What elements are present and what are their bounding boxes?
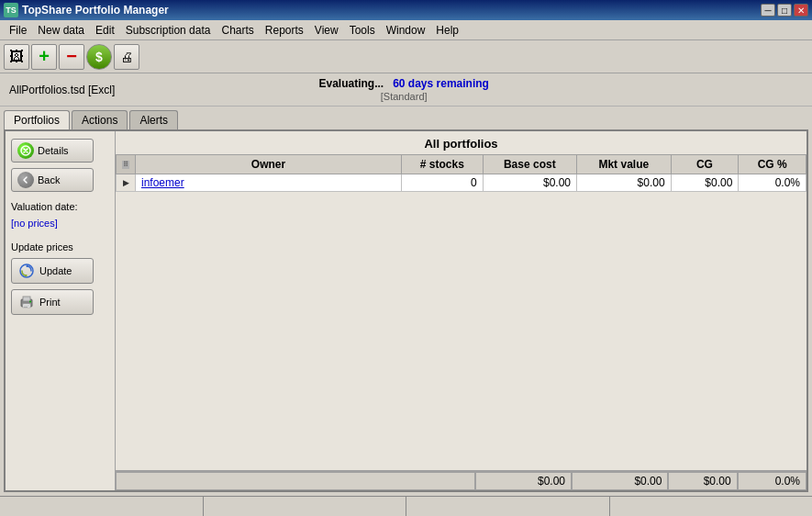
file-bar: AllPortfolios.tsd [Excl] Evaluating... 6… [0, 73, 812, 107]
toolbar-print-btn[interactable]: 🖨 [114, 44, 139, 70]
back-label: Back [38, 174, 60, 185]
row-arrow: ▶ [117, 174, 136, 192]
menu-bar: File New data Edit Subscription data Cha… [0, 20, 812, 40]
update-prices-label: Update prices [11, 241, 109, 252]
menu-tools[interactable]: Tools [344, 22, 381, 39]
menu-new-data[interactable]: New data [32, 22, 90, 39]
update-label: Update [39, 265, 72, 276]
print-button[interactable]: Print [11, 289, 94, 315]
resize-indicator[interactable]: ⠿ [122, 161, 129, 169]
toolbar-add-btn[interactable]: + [31, 44, 57, 70]
app-icon: TS [4, 3, 18, 17]
toolbar: 🖼 + − $ 🖨 [0, 40, 812, 73]
status-segment-4 [610, 497, 813, 516]
left-panel: Details Back Valuation date: [no prices]… [6, 131, 116, 490]
menu-edit[interactable]: Edit [90, 22, 120, 39]
maximize-button[interactable]: □ [777, 4, 792, 17]
table-panel: All portfolios ⠿ Owner # stocks Base cos… [116, 131, 806, 490]
eval-standard-label: [Standard] [381, 91, 428, 102]
eval-label: Evaluating... [318, 77, 384, 90]
row-mkt-value: $0.00 [577, 174, 672, 192]
toolbar-portfolio-btn[interactable]: 🖼 [4, 44, 29, 70]
footer-cg: $0.00 [668, 472, 737, 490]
footer-base-cost: $0.00 [475, 472, 572, 490]
details-button[interactable]: Details [11, 139, 94, 163]
back-button[interactable]: Back [11, 168, 94, 192]
status-segment-1 [0, 497, 204, 516]
toolbar-remove-btn[interactable]: − [59, 44, 84, 70]
menu-subscription-data[interactable]: Subscription data [120, 22, 217, 39]
tab-alerts[interactable]: Alerts [129, 110, 178, 129]
svg-rect-8 [24, 307, 28, 308]
row-owner[interactable]: infoemer [136, 174, 402, 192]
details-label: Details [38, 145, 69, 156]
menu-charts[interactable]: Charts [216, 22, 259, 39]
status-segment-3 [406, 497, 610, 516]
remove-icon: − [66, 46, 77, 67]
tab-actions[interactable]: Actions [72, 110, 128, 129]
row-cg-pct: 0.0% [739, 174, 806, 192]
col-cg: CG [671, 155, 739, 174]
eval-days-label: 60 days remaining [393, 77, 489, 90]
tab-bar: Portfolios Actions Alerts [4, 110, 808, 129]
title-bar-left: TS TopShare Portfolio Manager [4, 3, 169, 17]
table-row: ▶ infoemer 0 $0.00 $0.00 $0.00 0.0% [117, 174, 806, 192]
menu-help[interactable]: Help [430, 22, 464, 39]
status-bar [0, 496, 812, 516]
footer-mkt-value: $0.00 [572, 472, 668, 490]
col-mkt-value: Mkt value [577, 155, 672, 174]
row-base-cost: $0.00 [483, 174, 576, 192]
toolbar-dollar-btn[interactable]: $ [86, 44, 112, 70]
col-base-cost: Base cost [483, 155, 576, 174]
portfolio-icon: 🖼 [9, 49, 24, 65]
eval-status: Evaluating... 60 days remaining [Standar… [318, 77, 488, 103]
portfolio-table: ⠿ Owner # stocks Base cost Mkt value CG … [116, 154, 806, 192]
table-header-row: ⠿ Owner # stocks Base cost Mkt value CG … [117, 155, 806, 174]
menu-window[interactable]: Window [381, 22, 431, 39]
details-icon [17, 142, 34, 159]
filename-label: AllPortfolios.tsd [Excl] [9, 84, 115, 96]
print-label: Print [39, 297, 61, 308]
row-stocks: 0 [402, 174, 483, 192]
window-controls: ─ □ ✕ [761, 4, 808, 17]
table-footer: $0.00 $0.00 $0.00 0.0% [116, 470, 806, 490]
printer-icon: 🖨 [120, 50, 133, 64]
svg-rect-7 [24, 306, 29, 307]
col-resize[interactable]: ⠿ [117, 155, 136, 174]
content-panel: Details Back Valuation date: [no prices]… [4, 129, 808, 492]
minimize-button[interactable]: ─ [761, 4, 775, 17]
footer-empty [116, 472, 475, 490]
footer-cg-pct: 0.0% [738, 472, 806, 490]
close-button[interactable]: ✕ [794, 4, 808, 17]
tab-portfolios[interactable]: Portfolios [4, 110, 70, 129]
menu-view[interactable]: View [309, 22, 344, 39]
main-area: Portfolios Actions Alerts Details [0, 107, 812, 496]
print-icon [17, 293, 36, 311]
update-icon [17, 262, 36, 280]
window-title: TopShare Portfolio Manager [22, 4, 169, 17]
col-stocks: # stocks [402, 155, 483, 174]
update-button[interactable]: Update [11, 258, 94, 284]
row-cg: $0.00 [671, 174, 739, 192]
svg-rect-5 [23, 297, 30, 301]
portfolio-title: All portfolios [116, 131, 806, 154]
add-icon: + [39, 46, 50, 67]
menu-file[interactable]: File [4, 22, 32, 39]
svg-point-9 [29, 301, 31, 303]
col-cg-pct: CG % [739, 155, 806, 174]
dollar-icon: $ [95, 50, 103, 64]
valuation-label: Valuation date: [11, 201, 109, 212]
status-segment-2 [204, 497, 407, 516]
no-prices-label: [no prices] [11, 218, 109, 229]
title-bar: TS TopShare Portfolio Manager ─ □ ✕ [0, 0, 812, 20]
col-owner: Owner [136, 155, 402, 174]
table-scroll[interactable]: ⠿ Owner # stocks Base cost Mkt value CG … [116, 154, 806, 470]
back-icon [17, 172, 34, 188]
menu-reports[interactable]: Reports [260, 22, 309, 39]
